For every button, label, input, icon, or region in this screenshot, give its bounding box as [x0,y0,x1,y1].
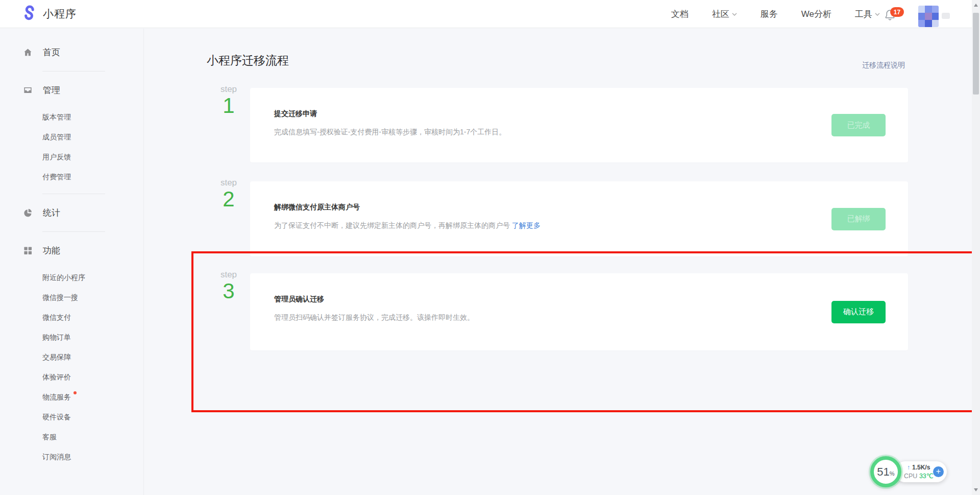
upload-arrow-icon: ↑ [907,464,910,471]
sidebar-item-experience-rating[interactable]: 体验评价 [0,367,143,387]
sidebar-item-trade-guarantee[interactable]: 交易保障 [0,347,143,367]
chevron-down-icon [732,12,737,17]
memory-usage-ball[interactable]: 51% [870,456,901,487]
scrollbar-thumb[interactable] [973,13,979,95]
nav-docs[interactable]: 文档 [671,8,689,20]
sidebar-divider [42,71,105,72]
step-2-title: 解绑微信支付原主体商户号 [274,203,360,212]
sidebar-item-hardware-device[interactable]: 硬件设备 [0,407,143,427]
inbox-icon [23,85,33,95]
top-nav: 文档 社区 服务 We分析 工具 [671,0,880,28]
notification-badge: 17 [890,7,904,17]
step-2-status-button[interactable]: 已解绑 [831,208,886,230]
nav-tools[interactable]: 工具 [855,8,880,20]
sidebar-manage-sublist: 版本管理 成员管理 用户反馈 付费管理 [0,107,143,187]
sidebar-item-wechat-pay[interactable]: 微信支付 [0,308,143,327]
nav-we-analysis[interactable]: We分析 [801,8,831,20]
sidebar-item-version-manage[interactable]: 版本管理 [0,107,143,127]
step-2-description: 为了保证支付不中断，建议先绑定新主体的商户号，再解绑原主体的商户号 了解更多 [274,221,541,230]
sidebar-item-member-manage[interactable]: 成员管理 [0,127,143,147]
step-1-status-button[interactable]: 已完成 [831,114,886,136]
sidebar-item-subscribe-message[interactable]: 订阅消息 [0,447,143,467]
sidebar-item-features[interactable]: 功能 [0,238,143,263]
app-title: 小程序 [43,7,77,21]
step-2-label: step 2 [214,178,243,210]
sidebar: 首页 管理 版本管理 成员管理 用户反馈 付费管理 统计 功能 附近的小 [0,29,144,495]
vertical-scrollbar[interactable] [972,0,980,495]
sidebar-item-user-feedback[interactable]: 用户反馈 [0,147,143,167]
step-2-card: 解绑微信支付原主体商户号 为了保证支付不中断，建议先绑定新主体的商户号，再解绑原… [250,181,908,256]
migration-help-link[interactable]: 迁移流程说明 [862,61,905,70]
step-3-description: 管理员扫码确认并签订服务协议，完成迁移。该操作即时生效。 [274,313,474,322]
scroll-down-icon[interactable] [974,488,978,491]
sidebar-divider [42,194,105,194]
cpu-status: CPU 33℃ [904,472,934,480]
sidebar-divider [42,231,105,232]
top-header: 小程序 文档 社区 服务 We分析 工具 17 [0,0,980,28]
step-1-title: 提交迁移申请 [274,109,317,119]
step-1-description: 完成信息填写-授权验证-支付费用-审核等步骤，审核时间为1-7个工作日。 [274,128,506,137]
sidebar-item-statistics[interactable]: 统计 [0,200,143,225]
nav-service[interactable]: 服务 [761,8,778,20]
pie-chart-icon [23,208,33,218]
home-icon [23,48,33,57]
step-3-title: 管理员确认迁移 [274,295,324,304]
sidebar-features-sublist: 附近的小程序 微信搜一搜 微信支付 购物订单 交易保障 体验评价 物流服务 硬件… [0,268,143,467]
chevron-down-icon [875,12,880,17]
step-1-card: 提交迁移申请 完成信息填写-授权验证-支付费用-审核等步骤，审核时间为1-7个工… [250,88,908,162]
network-speed: ↑1.5K/s [907,464,930,471]
learn-more-link[interactable]: 了解更多 [512,221,541,229]
sidebar-item-nearby-miniprogram[interactable]: 附近的小程序 [0,268,143,288]
grid-icon [23,246,33,255]
page-title: 小程序迁移流程 [207,53,289,68]
plus-icon[interactable]: + [933,466,944,477]
step-3-label: step 3 [214,270,243,302]
step-3-card: 管理员确认迁移 管理员扫码确认并签订服务协议，完成迁移。该操作即时生效。 确认迁… [250,273,908,350]
scroll-up-icon[interactable] [974,4,978,7]
new-badge-dot [74,391,77,394]
system-monitor-pill[interactable]: ↑1.5K/s CPU 33℃ + [895,461,947,482]
nav-community[interactable]: 社区 [712,8,737,20]
page: 小程序 文档 社区 服务 We分析 工具 17 [0,0,980,495]
sidebar-item-manage[interactable]: 管理 [0,78,143,102]
sidebar-item-home[interactable]: 首页 [0,40,143,64]
miniprogram-logo-icon [20,5,38,22]
sidebar-item-wechat-search[interactable]: 微信搜一搜 [0,288,143,308]
sidebar-item-shopping-orders[interactable]: 购物订单 [0,327,143,347]
sidebar-item-pay-manage[interactable]: 付费管理 [0,167,143,187]
app-logo[interactable]: 小程序 [20,5,77,22]
notifications-button[interactable]: 17 [884,7,907,22]
sidebar-item-customer-service[interactable]: 客服 [0,427,143,447]
confirm-migration-button[interactable]: 确认迁移 [831,301,886,323]
avatar-blur-fragment [942,13,950,19]
avatar[interactable] [918,6,939,27]
sidebar-item-logistics-service[interactable]: 物流服务 [0,387,143,407]
step-1-label: step 1 [214,84,243,117]
